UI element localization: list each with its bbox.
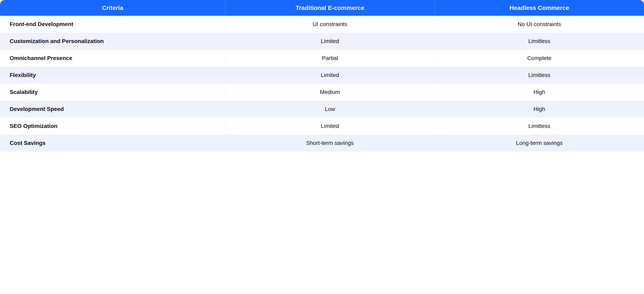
headless-cell: Limitless — [435, 33, 644, 50]
traditional-cell: Limited — [226, 67, 434, 84]
traditional-cell: Partial — [226, 50, 434, 67]
table-body: Front-end Development UI constraints No … — [0, 16, 644, 152]
headless-cell: Limitless — [435, 67, 644, 84]
table-row: Omnichannel Presence Partial Complete — [0, 50, 644, 67]
criteria-cell: Development Speed — [0, 101, 226, 118]
criteria-cell: Flexibility — [0, 67, 226, 84]
table-row: SEO Optimization Limited Limitless — [0, 118, 644, 134]
traditional-cell: UI constraints — [226, 16, 434, 33]
headless-cell: Long-term savings — [435, 134, 644, 152]
table-row: Cost Savings Short-term savings Long-ter… — [0, 134, 644, 152]
header-criteria: Criteria — [0, 0, 226, 16]
traditional-cell: Short-term savings — [226, 134, 434, 152]
headless-cell: High — [435, 84, 644, 101]
table-row: Development Speed Low High — [0, 101, 644, 118]
table-header: Criteria Traditional E-commerce Headless… — [0, 0, 644, 16]
comparison-table: Criteria Traditional E-commerce Headless… — [0, 0, 644, 152]
table-row: Flexibility Limited Limitless — [0, 67, 644, 84]
headless-cell: No UI constraints — [435, 16, 644, 33]
criteria-cell: Customization and Personalization — [0, 33, 226, 50]
traditional-cell: Medium — [226, 84, 434, 101]
traditional-cell: Limited — [226, 33, 434, 50]
table-row: Scalability Medium High — [0, 84, 644, 101]
header-headless: Headless Commerce — [435, 0, 644, 16]
headless-cell: Limitless — [435, 118, 644, 134]
criteria-cell: Front-end Development — [0, 16, 226, 33]
traditional-cell: Limited — [226, 118, 434, 134]
table-row: Customization and Personalization Limite… — [0, 33, 644, 50]
traditional-cell: Low — [226, 101, 434, 118]
table-row: Front-end Development UI constraints No … — [0, 16, 644, 33]
headless-cell: High — [435, 101, 644, 118]
header-traditional: Traditional E-commerce — [226, 0, 434, 16]
criteria-cell: Scalability — [0, 84, 226, 101]
criteria-cell: Omnichannel Presence — [0, 50, 226, 67]
criteria-cell: Cost Savings — [0, 134, 226, 152]
criteria-cell: SEO Optimization — [0, 118, 226, 134]
headless-cell: Complete — [435, 50, 644, 67]
